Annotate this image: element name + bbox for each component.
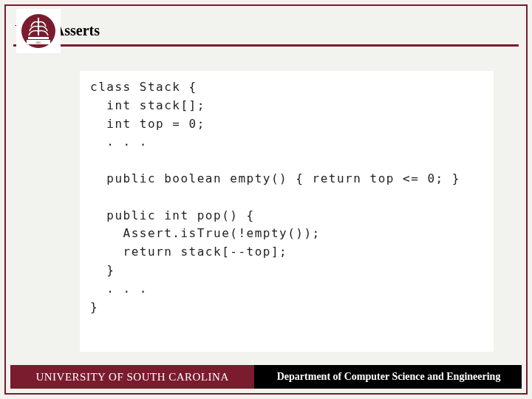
usc-logo: 1801 [16, 9, 61, 53]
title-underline [13, 44, 519, 47]
svg-rect-1 [28, 37, 49, 39]
footer-university: UNIVERSITY OF SOUTH CAROLINA [10, 365, 256, 389]
slide-frame: 1801 Using Asserts class Stack { int sta… [4, 4, 528, 395]
tree-icon: 1801 [21, 13, 56, 49]
code-block: class Stack { int stack[]; int top = 0; … [80, 71, 494, 352]
footer-department: Department of Computer Science and Engin… [256, 365, 522, 389]
svg-text:1801: 1801 [35, 41, 41, 44]
footer: UNIVERSITY OF SOUTH CAROLINA Department … [10, 365, 522, 389]
